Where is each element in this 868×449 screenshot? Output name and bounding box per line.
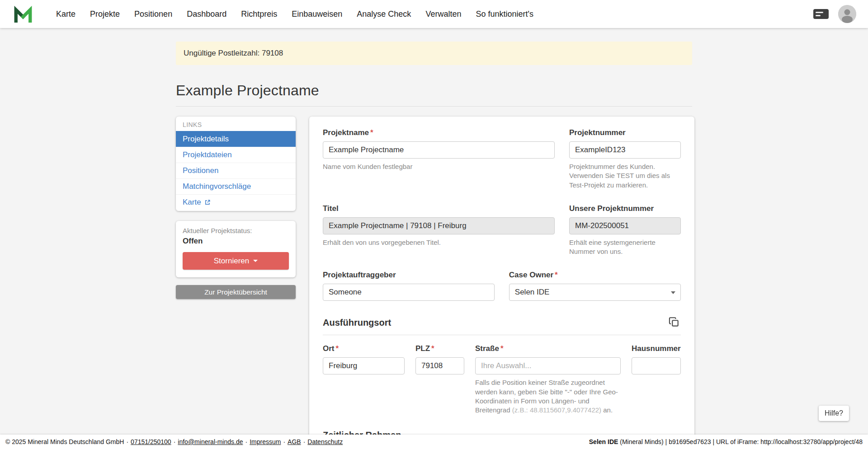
- unsere-projektnummer-helper: Erhält eine systemgenerierte Nummer von …: [569, 238, 681, 257]
- server-icon-glyph: [813, 8, 829, 20]
- case-owner-select[interactable]: Selen IDE: [509, 284, 681, 301]
- links-header: LINKS: [176, 117, 296, 131]
- sidebar-item-label: Positionen: [183, 166, 218, 175]
- required-marker: *: [555, 271, 558, 279]
- nav-item-positionen[interactable]: Positionen: [127, 5, 179, 23]
- unsere-projektnummer-label: Unsere Projektnummer: [569, 204, 681, 213]
- cancel-project-button[interactable]: Stornieren: [183, 252, 289, 270]
- projektauftraggeber-input[interactable]: [323, 284, 495, 301]
- nav-item-projekte[interactable]: Projekte: [83, 5, 127, 23]
- footer-user: Selen IDE: [589, 438, 618, 445]
- footer: © 2025 Mineral Minds Deutschland GmbH·07…: [0, 435, 868, 449]
- chevron-down-icon: [671, 291, 675, 294]
- ort-input[interactable]: [323, 357, 405, 374]
- links-card: LINKS Projektdetails Projektdateien Posi…: [176, 117, 296, 211]
- footer-email-link[interactable]: info@mineral-minds.de: [178, 438, 243, 445]
- field-case-owner: Case Owner* Selen IDE: [509, 271, 681, 301]
- plz-input[interactable]: [415, 357, 464, 374]
- nav-item-analyse-check[interactable]: Analyse Check: [349, 5, 418, 23]
- mineral-minds-logo[interactable]: [14, 5, 33, 23]
- logo-icon: [14, 5, 33, 23]
- case-owner-selected-value: Selen IDE: [515, 288, 550, 297]
- sidebar-item-matchingvorschlaege[interactable]: Matchingvorschläge: [176, 178, 296, 194]
- field-strasse: Straße* Falls die Position keiner Straße…: [475, 344, 621, 415]
- main-content: Ungültige Postleitzahl: 79108 Example Pr…: [0, 28, 868, 435]
- nav-item-richtpreis[interactable]: Richtpreis: [234, 5, 284, 23]
- project-details-form: Projektname* Name vom Kunden festlegbar …: [309, 117, 694, 435]
- footer-session-details: (Mineral Minds) | b91695ed7623 | URL of …: [618, 438, 863, 445]
- status-label: Aktueller Projektstatus:: [183, 227, 289, 234]
- person-icon: [838, 5, 856, 23]
- footer-separator: ·: [174, 438, 176, 445]
- projektnummer-helper: Projektnummer des Kunden. Verwenden Sie …: [569, 162, 681, 190]
- user-avatar[interactable]: [838, 5, 856, 23]
- warning-alert: Ungültige Postleitzahl: 79108: [176, 42, 692, 65]
- field-hausnummer: Hausnummer: [632, 344, 681, 374]
- external-link-icon: [204, 199, 211, 206]
- nav-item-einbauweisen[interactable]: Einbauweisen: [284, 5, 349, 23]
- status-value: Offen: [183, 237, 289, 246]
- footer-separator: ·: [283, 438, 285, 445]
- help-button[interactable]: Hilfe?: [819, 406, 849, 421]
- nav-item-so-funktionierts[interactable]: So funktioniert's: [468, 5, 541, 23]
- avatar-circle: [838, 5, 856, 23]
- footer-phone-link[interactable]: 07151/250100: [131, 438, 171, 445]
- copy-address-button[interactable]: [667, 315, 681, 330]
- section-ausfuehrungsort-title: Ausführungsort: [323, 318, 391, 328]
- required-marker: *: [370, 128, 373, 137]
- titel-helper: Erhält den von uns vorgegebenen Titel.: [323, 238, 555, 247]
- required-marker: *: [500, 344, 504, 353]
- sidebar-item-projektdetails[interactable]: Projektdetails: [176, 131, 296, 147]
- projektname-label: Projektname*: [323, 128, 555, 137]
- case-owner-label: Case Owner*: [509, 271, 681, 280]
- server-icon[interactable]: [813, 8, 829, 20]
- sidebar-item-projektdateien[interactable]: Projektdateien: [176, 147, 296, 163]
- case-owner-label-text: Case Owner: [509, 271, 553, 279]
- field-projektnummer: Projektnummer Projektnummer des Kunden. …: [569, 128, 681, 190]
- nav-item-dashboard[interactable]: Dashboard: [179, 5, 234, 23]
- sidebar-item-positionen[interactable]: Positionen: [176, 163, 296, 178]
- plz-label-text: PLZ: [415, 344, 430, 353]
- main-nav: Karte Projekte Positionen Dashboard Rich…: [49, 5, 541, 23]
- footer-datenschutz-link[interactable]: Datenschutz: [307, 438, 343, 445]
- projektnummer-label: Projektnummer: [569, 128, 681, 137]
- required-marker: *: [336, 344, 339, 353]
- strasse-label-text: Straße: [475, 344, 499, 353]
- footer-impressum-link[interactable]: Impressum: [250, 438, 281, 445]
- sidebar-item-label: Karte: [183, 198, 201, 207]
- footer-separator: ·: [126, 438, 128, 445]
- projektname-label-text: Projektname: [323, 128, 369, 137]
- project-overview-label: Zur Projektübersicht: [204, 288, 267, 296]
- project-overview-button[interactable]: Zur Projektübersicht: [176, 285, 296, 299]
- nav-item-karte[interactable]: Karte: [49, 5, 83, 23]
- footer-agb-link[interactable]: AGB: [288, 438, 301, 445]
- strasse-input[interactable]: [475, 357, 621, 374]
- sidebar: LINKS Projektdetails Projektdateien Posi…: [176, 117, 296, 299]
- unsere-projektnummer-input: [569, 217, 681, 234]
- ort-label: Ort*: [323, 344, 405, 353]
- hausnummer-input[interactable]: [632, 357, 681, 374]
- sidebar-item-karte[interactable]: Karte: [176, 194, 296, 210]
- field-titel: Titel Erhält den von uns vorgegebenen Ti…: [323, 204, 555, 247]
- sidebar-item-label: Projektdateien: [183, 150, 232, 159]
- page-title: Example Projectname: [176, 82, 692, 99]
- projektname-input[interactable]: [323, 141, 555, 159]
- titel-label: Titel: [323, 204, 555, 213]
- strasse-label: Straße*: [475, 344, 621, 353]
- status-card: Aktueller Projektstatus: Offen Storniere…: [176, 221, 296, 277]
- hausnummer-label: Hausnummer: [632, 344, 681, 353]
- warning-alert-text: Ungültige Postleitzahl: 79108: [184, 49, 283, 57]
- projektname-helper: Name vom Kunden festlegbar: [323, 162, 555, 171]
- nav-item-verwalten[interactable]: Verwalten: [418, 5, 468, 23]
- sidebar-item-label: Projektdetails: [183, 135, 229, 144]
- field-projektname: Projektname* Name vom Kunden festlegbar: [323, 128, 555, 171]
- footer-left: © 2025 Mineral Minds Deutschland GmbH·07…: [5, 438, 343, 445]
- top-navbar: Karte Projekte Positionen Dashboard Rich…: [0, 0, 868, 28]
- copy-icon: [668, 316, 680, 328]
- footer-session-info: Selen IDE (Mineral Minds) | b91695ed7623…: [589, 438, 863, 445]
- ort-label-text: Ort: [323, 344, 335, 353]
- section-zeitlicher-rahmen-title: Zeitlicher Rahmen: [323, 430, 401, 435]
- footer-separator: ·: [303, 438, 306, 445]
- projektnummer-input[interactable]: [569, 141, 681, 159]
- plz-label: PLZ*: [415, 344, 464, 353]
